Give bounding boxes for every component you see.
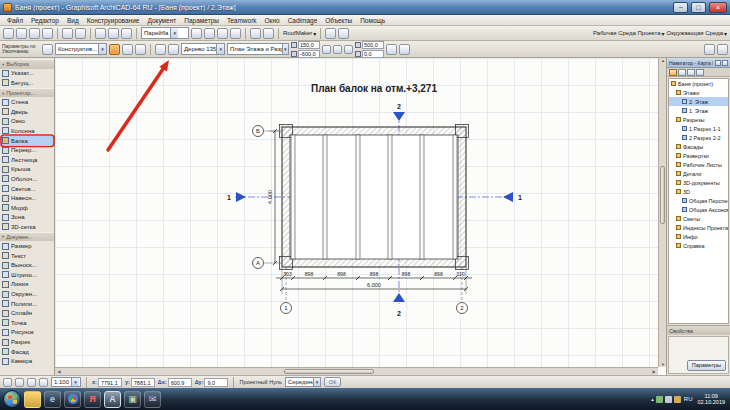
tool-zone[interactable]: Зона — [0, 213, 54, 223]
update-tray-icon[interactable] — [674, 396, 681, 403]
tool-arrow[interactable]: Указат... — [0, 69, 54, 79]
beam-width-field[interactable]: 500,0 — [355, 41, 384, 49]
save-icon[interactable] — [29, 28, 40, 39]
viewer-taskbar-icon[interactable]: ▣ — [124, 391, 141, 408]
menu-help[interactable]: Помощь — [356, 15, 389, 26]
menu-objects[interactable]: Объекты — [321, 15, 356, 26]
tray-expand-icon[interactable]: ▴ — [651, 396, 654, 402]
beam-curved-geometry-button[interactable] — [122, 44, 133, 55]
tool-dimension[interactable]: Размер — [0, 241, 54, 251]
fill-color-icon[interactable] — [333, 45, 342, 54]
settings-button[interactable]: Параметры — [687, 360, 726, 371]
toolbox-group-selection[interactable]: ▾Выборка — [0, 59, 54, 69]
horizontal-scrollbar[interactable]: ◀ ▶ — [55, 367, 658, 375]
horizontal-scroll-thumb[interactable] — [284, 369, 374, 374]
tool-wall[interactable]: Стена — [0, 97, 54, 107]
publish-icon[interactable] — [263, 28, 274, 39]
layer-icon[interactable] — [344, 45, 353, 54]
beam[interactable] — [323, 135, 327, 259]
cut-icon[interactable] — [95, 28, 106, 39]
beam-angle-field[interactable]: 0,0 — [355, 50, 384, 58]
menu-document[interactable]: Документ — [143, 15, 180, 26]
anchor-point-icon[interactable] — [168, 44, 179, 55]
open-icon[interactable] — [16, 28, 27, 39]
tool-polyline[interactable]: Полили... — [0, 299, 54, 309]
pan-icon[interactable] — [39, 378, 48, 387]
tool-circle[interactable]: Окружн... — [0, 289, 54, 299]
beam-offset-value[interactable]: -600,0 — [298, 50, 320, 58]
magnet-icon[interactable] — [217, 28, 228, 39]
tool-morph[interactable]: Морф — [0, 203, 54, 213]
tree-item-project-indexes[interactable]: Индексы Проекта — [669, 223, 728, 232]
beam[interactable] — [291, 135, 295, 259]
menu-file[interactable]: Файл — [3, 15, 27, 26]
work-environment-menu[interactable]: Рабочая Среда Проекта ▾ — [593, 30, 665, 37]
tree-item-worksheets[interactable]: Рабочие Листы — [669, 160, 728, 169]
chrome-taskbar-icon[interactable] — [64, 391, 81, 408]
tool-section[interactable]: Разрез — [0, 337, 54, 347]
tool-skylight[interactable]: Светов... — [0, 184, 54, 194]
tree-item-story-2[interactable]: 2. Этаж — [669, 97, 728, 106]
scroll-right-icon[interactable]: ▶ — [650, 369, 658, 374]
beam-angle-value[interactable]: 0,0 — [362, 50, 384, 58]
tree-item-section-1[interactable]: 1 Разрез 1-1 — [669, 124, 728, 133]
tracker-value[interactable]: 7791,1 — [98, 378, 122, 387]
beam[interactable] — [453, 135, 457, 259]
tree-item-section-2[interactable]: 2 Разрез 2-2 — [669, 133, 728, 142]
scroll-down-icon[interactable]: ▼ — [659, 362, 666, 367]
tool-window[interactable]: Окно — [0, 117, 54, 127]
tree-item-sections[interactable]: Разрезы — [669, 115, 728, 124]
undo-icon[interactable] — [62, 28, 73, 39]
tree-item-project[interactable]: Баня (проект) — [669, 79, 728, 88]
tracker-value[interactable]: 9,0 — [204, 378, 228, 387]
menu-edit[interactable]: Редактор — [27, 15, 63, 26]
tree-item-details[interactable]: Детали — [669, 169, 728, 178]
vertical-scrollbar[interactable]: ▲ ▼ — [658, 58, 666, 367]
tool-figure[interactable]: Рисунок — [0, 328, 54, 338]
maximize-button[interactable]: □ — [691, 2, 706, 13]
tool-spline[interactable]: Сплайн — [0, 308, 54, 318]
menu-cadimage[interactable]: Cadimage — [284, 15, 322, 26]
environment-menu[interactable]: Окружающая Среда ▾ — [667, 30, 727, 37]
tool-elevation[interactable]: Фасад — [0, 347, 54, 357]
beam-plan-drawing[interactable]: План балок на отм.+3,271 1 — [55, 58, 666, 375]
tool-line[interactable]: Линия — [0, 280, 54, 290]
language-indicator[interactable]: RU — [683, 396, 694, 402]
layers-icon[interactable] — [191, 28, 202, 39]
beam-chain-geometry-button[interactable] — [135, 44, 146, 55]
tab-project-map[interactable] — [669, 69, 677, 76]
tab-layout-book[interactable] — [687, 69, 695, 76]
tree-item-stories[interactable]: Этажи — [669, 88, 728, 97]
tool-text[interactable]: Текст — [0, 251, 54, 261]
profile-combo[interactable]: Дерево 135 ▾ — [181, 43, 225, 55]
tool-shell[interactable]: Оболоч... — [0, 174, 54, 184]
tool-column[interactable]: Колонна — [0, 126, 54, 136]
scale-combo[interactable]: 1:100 ▾ — [51, 377, 81, 387]
grid-snap-icon[interactable] — [204, 28, 215, 39]
tool-label[interactable]: Выноск... — [0, 260, 54, 270]
explorer-taskbar-icon[interactable] — [24, 391, 41, 408]
tab-view-map[interactable] — [678, 69, 686, 76]
tab-publisher[interactable] — [696, 69, 704, 76]
tracker-value[interactable]: 7881,1 — [131, 378, 155, 387]
tree-item-help[interactable]: Справка — [669, 241, 728, 250]
3d-view-icon[interactable] — [250, 28, 261, 39]
view-display-combo[interactable]: План Этажа и Разрез... ▾ — [227, 43, 289, 55]
tool-stair[interactable]: Лестница — [0, 155, 54, 165]
infobox-scroll-up-icon[interactable] — [704, 44, 715, 55]
beam-settings-icon[interactable] — [42, 44, 53, 55]
reference-axis-icon[interactable] — [155, 44, 166, 55]
beam-offset-field[interactable]: -600,0 — [291, 50, 320, 58]
drawing-canvas[interactable]: План балок на отм.+3,271 1 — [55, 58, 666, 375]
beam-height-value[interactable]: 150,0 — [298, 41, 320, 49]
tool-mesh[interactable]: 3D-сетка — [0, 222, 54, 232]
start-button[interactable] — [3, 390, 21, 408]
infobox-options-icon[interactable] — [717, 44, 728, 55]
network-tray-icon[interactable] — [656, 396, 663, 403]
toolbox-group-document[interactable]: ▾Докумен... — [0, 232, 54, 242]
menu-view[interactable]: Вид — [63, 15, 83, 26]
favorites-combo[interactable]: Парейба ▾ — [141, 27, 189, 39]
tree-item-elevations[interactable]: Фасады — [669, 142, 728, 151]
roofmaker-menu[interactable]: RoofMaker ▾ — [283, 30, 316, 37]
close-button[interactable]: × — [709, 2, 727, 13]
